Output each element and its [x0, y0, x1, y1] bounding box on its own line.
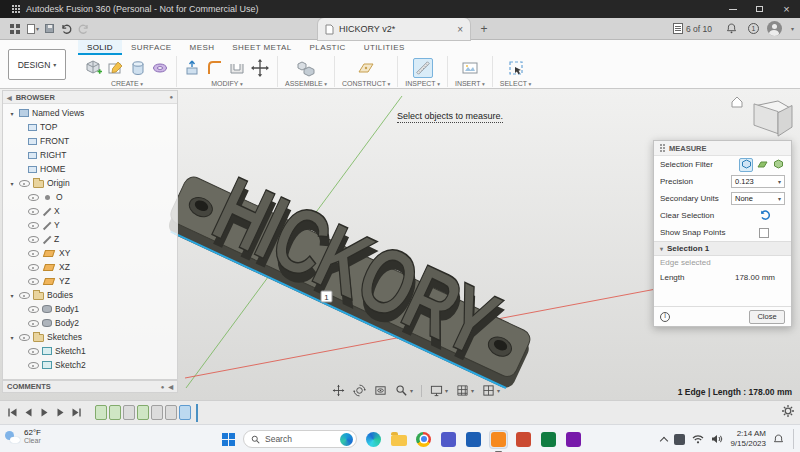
new-component-icon[interactable]	[85, 59, 103, 77]
clear-selection-button[interactable]	[759, 209, 771, 223]
torus-primitive-icon[interactable]	[151, 59, 169, 77]
visibility-eye-icon[interactable]	[28, 360, 39, 370]
taskbar-app-fusion360[interactable]	[490, 431, 507, 448]
visibility-eye-icon[interactable]	[28, 220, 39, 230]
tab-plastic[interactable]: PLASTIC	[301, 40, 355, 55]
timeline-extrude-feature[interactable]	[165, 405, 177, 420]
taskbar-app-chrome[interactable]	[415, 431, 432, 448]
expander-icon[interactable]: ▾	[8, 110, 16, 117]
taskbar-app-onenote[interactable]	[565, 431, 582, 448]
section-expander-icon[interactable]: ▾	[660, 245, 663, 252]
job-status[interactable]: 6 of 10	[670, 20, 715, 38]
tab-mesh[interactable]: MESH	[181, 40, 224, 55]
visibility-eye-icon[interactable]	[28, 248, 39, 258]
shell-icon[interactable]	[228, 59, 246, 77]
tree-item-right[interactable]: RIGHT	[3, 148, 177, 162]
comments-bar[interactable]: COMMENTS ● ◀	[2, 380, 178, 393]
precision-select[interactable]: 0.123	[731, 175, 785, 188]
collapse-panel-icon[interactable]: ◀	[7, 94, 12, 101]
tree-item-front[interactable]: FRONT	[3, 134, 177, 148]
display-settings[interactable]: ▾	[430, 384, 448, 397]
timeline-go-end-button[interactable]	[69, 405, 84, 420]
user-avatar[interactable]	[767, 21, 782, 36]
secondary-units-select[interactable]: None	[731, 192, 785, 205]
view-cube-body[interactable]	[754, 101, 792, 136]
visibility-eye-icon[interactable]	[28, 206, 39, 216]
app-menu-icon[interactable]	[0, 0, 20, 18]
grid-layout-settings[interactable]: ▾	[456, 384, 474, 397]
tab-solid[interactable]: SOLID	[78, 40, 122, 55]
look-at-tool[interactable]	[374, 384, 387, 397]
fillet-icon[interactable]	[206, 59, 224, 77]
selection-section-header[interactable]: ▾ Selection 1	[654, 241, 791, 256]
panel-dot-icon[interactable]: ●	[169, 94, 173, 100]
select-icon[interactable]	[507, 59, 525, 77]
timeline-sketch-feature[interactable]	[95, 405, 107, 420]
minimize-button[interactable]	[719, 0, 746, 18]
tree-item-top[interactable]: TOP	[3, 120, 177, 134]
tray-overflow-chevron-icon[interactable]	[660, 436, 668, 444]
timeline-sketch-feature[interactable]	[109, 405, 121, 420]
assemble-icon[interactable]	[297, 59, 315, 77]
timeline-active-feature[interactable]	[179, 405, 191, 420]
timeline-go-start-button[interactable]	[5, 405, 20, 420]
start-button[interactable]	[222, 433, 235, 446]
taskbar-search[interactable]: Search	[243, 430, 357, 448]
volume-icon[interactable]	[711, 434, 723, 444]
visibility-eye-icon[interactable]	[28, 192, 39, 202]
snap-points-checkbox[interactable]	[759, 228, 769, 238]
insert-group-label[interactable]: INSERT	[455, 80, 485, 87]
taskbar-app-excel[interactable]	[540, 431, 557, 448]
cylinder-primitive-icon[interactable]	[129, 59, 147, 77]
tree-item-xz-plane[interactable]: XZ	[3, 260, 177, 274]
file-menu-icon[interactable]: ▾	[24, 20, 42, 38]
visibility-eye-icon[interactable]	[19, 332, 30, 342]
construct-group-label[interactable]: CONSTRUCT	[342, 80, 390, 87]
redo-icon[interactable]	[75, 20, 93, 38]
timeline-extrude-feature[interactable]	[151, 405, 163, 420]
profile-caret-icon[interactable]: ▾	[791, 25, 794, 32]
close-button[interactable]: ×	[773, 0, 800, 18]
visibility-eye-icon[interactable]	[28, 346, 39, 356]
taskbar-app-edge[interactable]	[365, 431, 382, 448]
expander-icon[interactable]: ▾	[8, 334, 16, 341]
tree-item-bodies[interactable]: ▾Bodies	[3, 288, 177, 302]
taskbar-weather-widget[interactable]: 62°F Clear	[5, 428, 41, 445]
tree-item-sketch1[interactable]: Sketch1	[3, 344, 177, 358]
timeline-play-button[interactable]	[37, 405, 52, 420]
move-copy-icon[interactable]	[250, 58, 270, 78]
orbit-tool[interactable]	[353, 384, 366, 397]
assemble-group-label[interactable]: ASSEMBLE	[285, 80, 327, 87]
inspect-group-label[interactable]: INSPECT	[405, 80, 440, 87]
visibility-eye-icon[interactable]	[28, 318, 39, 328]
pan-tool[interactable]	[332, 384, 345, 397]
timeline-step-back-button[interactable]	[21, 405, 36, 420]
create-group-label[interactable]: CREATE	[111, 80, 143, 87]
measure-dialog-header[interactable]: MEASURE	[654, 141, 791, 156]
visibility-eye-icon[interactable]	[28, 276, 39, 286]
filter-component-icon[interactable]	[739, 158, 753, 172]
tree-item-origin[interactable]: ▾Origin	[3, 176, 177, 190]
maximize-button[interactable]	[746, 0, 773, 18]
workspace-switcher[interactable]: DESIGN	[8, 49, 66, 80]
visibility-eye-icon[interactable]	[28, 262, 39, 272]
tree-item-yz-plane[interactable]: YZ	[3, 274, 177, 288]
tree-item-sketches[interactable]: ▾Sketches	[3, 330, 177, 344]
expander-icon[interactable]: ▾	[8, 180, 16, 187]
tree-item-home[interactable]: HOME	[3, 162, 177, 176]
taskbar-clock[interactable]: 2:14 AM 9/15/2023	[730, 429, 766, 448]
create-sketch-icon[interactable]	[107, 59, 125, 77]
measure-tool-active[interactable]	[413, 58, 433, 78]
document-tab[interactable]: HICKORY v2* ×	[318, 18, 470, 40]
timeline-position-marker[interactable]	[196, 404, 198, 422]
notification-center-icon[interactable]	[773, 434, 784, 445]
construct-plane-icon[interactable]	[357, 59, 375, 77]
tree-item-origin-point[interactable]: O	[3, 190, 177, 204]
zoom-tool[interactable]: ▾	[395, 384, 413, 397]
timeline-step-forward-button[interactable]	[53, 405, 68, 420]
taskbar-app-powerpoint[interactable]	[515, 431, 532, 448]
extruded-text[interactable]: HICKORY	[200, 157, 512, 375]
search-highlights-icon[interactable]	[340, 433, 353, 446]
tree-item-xy-plane[interactable]: XY	[3, 246, 177, 260]
expander-icon[interactable]: ▾	[8, 292, 16, 299]
